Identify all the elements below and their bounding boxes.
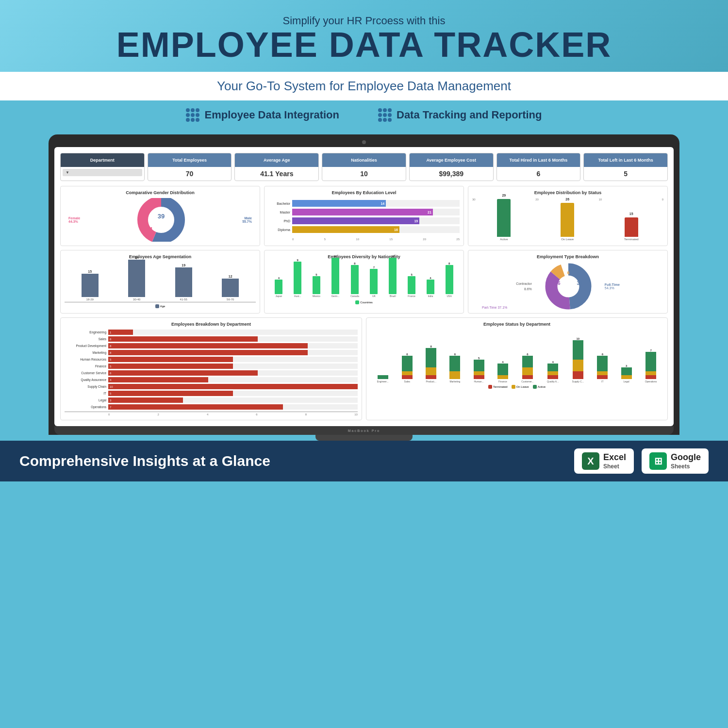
edu-row-phd: PhD 19 — [268, 217, 460, 224]
charts-top-row: Comparative Gender Distribution Female 4… — [60, 186, 668, 246]
employment-type-title: Employment Type Breakdown — [472, 254, 663, 259]
sheets-badge[interactable]: ⊞ Google Sheets — [642, 448, 709, 474]
edu-row-diploma: Diploma 16 — [268, 226, 460, 233]
kpi-total-left: Total Left in Last 6 Months 5 — [583, 153, 668, 181]
edu-row-bachelor: Bachelor 14 — [268, 200, 460, 207]
age-col-3040: 24 30-40 — [128, 256, 145, 301]
status-chart: Employee Distribution by Status 30 20 10… — [468, 186, 668, 246]
bottom-tagline: Comprehensive Insights at a Glance — [19, 453, 270, 469]
kpi-nationalities: Nationalities 10 — [322, 153, 406, 181]
feature2: Data Tracking and Reporting — [378, 108, 542, 122]
status-leave: 26 On Leave — [561, 198, 574, 241]
kpi-nationalities-label: Nationalities — [322, 153, 406, 167]
male-label: Male 55.7% — [242, 216, 252, 223]
svg-text:39: 39 — [158, 213, 165, 220]
age-chart: Employees Age Segmentation 15 18-29 24 — [60, 250, 260, 314]
gender-chart: Comparative Gender Distribution Female 4… — [60, 186, 260, 246]
sdept-it: 6 IT — [597, 353, 608, 383]
kpi-avg-cost-value: $99,389 — [410, 167, 493, 181]
top-banner: Simplify your HR Prcoess with this EMPLO… — [0, 0, 728, 72]
nat-india: 4 India — [427, 277, 434, 298]
age-legend: Age — [65, 304, 256, 308]
kpi-total-employees-value: 70 — [148, 167, 232, 181]
female-label: Female 44.3% — [68, 216, 80, 223]
charts-mid-row: Employees Age Segmentation 15 18-29 24 — [60, 250, 668, 314]
dash-header: Department ▼ Total Employees 70 Average … — [60, 153, 668, 181]
dept-axis-line — [65, 412, 358, 412]
gender-chart-title: Comparative Gender Distribution — [65, 190, 256, 195]
nat-france: 5 France — [408, 273, 415, 298]
excel-badge-text: Excel Sheet — [603, 452, 626, 470]
dept-x-axis: 0246810 — [65, 413, 358, 416]
sheets-badge-text: Google Sheets — [671, 452, 701, 470]
kpi-total-employees-label: Total Employees — [148, 153, 232, 167]
dept-row-engineering: Engineering 1 — [65, 330, 358, 335]
excel-badge[interactable]: X Excel Sheet — [574, 448, 634, 474]
kpi-department-label: Department — [61, 153, 144, 167]
dept-breakdown-title: Employees Breakdown by Department — [65, 322, 358, 327]
age-chart-title: Employees Age Segmentation — [65, 254, 256, 259]
status-dept-legend: Terminated On Leave Active — [370, 385, 663, 389]
sdept-eng: Engineer... — [377, 375, 389, 383]
emp-left-labels: Contractor 8.6% — [516, 282, 532, 291]
charts-bot-row: Employees Breakdown by Department Engine… — [60, 317, 668, 420]
status-dept-bars: Engineer... 6 Sales — [370, 330, 663, 383]
features-bar: Employee Data Integration Data Tracking … — [0, 100, 728, 130]
laptop-screen: Department ▼ Total Employees 70 Average … — [54, 147, 674, 426]
age-col-4155: 19 41-55 — [175, 264, 192, 301]
status-active: 29 Active — [497, 194, 511, 241]
sdept-finance: 4 Finance — [497, 361, 508, 383]
dept-row-qa: Quality Assurance 4 — [65, 377, 358, 382]
dept-row-marketing: Marketing 8 — [65, 350, 358, 355]
kpi-total-hired-value: 6 — [497, 167, 580, 181]
bottom-bar: Comprehensive Insights at a Glance X Exc… — [0, 441, 728, 481]
employment-pie-svg: 26 38 6 — [537, 262, 600, 311]
sdept-hr: 5 Human... — [474, 357, 484, 383]
status-dept-chart: Employee Status by Department Engineer..… — [366, 317, 668, 420]
nat-mexico: 5 Mexico — [313, 273, 320, 298]
svg-text:26: 26 — [555, 281, 561, 286]
nat-usa: 8 USA — [446, 262, 453, 298]
sdept-qa: 4 Quality A... — [547, 361, 559, 383]
edu-row-master: Master 21 — [268, 209, 460, 215]
kpi-department[interactable]: Department ▼ — [60, 153, 145, 181]
excel-icon: X — [582, 452, 599, 470]
badges: X Excel Sheet ⊞ Google Sheets — [574, 448, 709, 474]
feature2-icon — [378, 108, 392, 122]
main-title: EMPLOYEE DATA TRACKER — [29, 27, 699, 62]
dept-breakdown-chart: Employees Breakdown by Department Engine… — [60, 317, 362, 420]
nationality-legend: Countries — [268, 300, 460, 304]
status-bars: 29 Active 26 On Leave — [472, 202, 663, 241]
nat-japan: 4 Japan — [275, 277, 282, 298]
tagline: Your Go-To System for Employee Data Mana… — [217, 79, 511, 93]
education-chart-title: Employees By Education Level — [268, 190, 460, 195]
nat-germ: 10 Germ... — [331, 255, 340, 298]
dept-row-product: Product Development 8 — [65, 343, 358, 348]
edu-x-axis: 0510152025 — [268, 238, 460, 241]
kpi-total-left-label: Total Left in Last 6 Months — [584, 153, 667, 167]
gender-donut-svg: 39 31 — [134, 198, 188, 242]
kpi-average-age-value: 41.1 Years — [235, 167, 318, 181]
kpi-average-age-label: Average Age — [235, 153, 318, 167]
svg-text:6: 6 — [567, 270, 569, 275]
education-chart: Employees By Education Level Bachelor 14 — [264, 186, 464, 246]
dept-row-sales: Sales 6 — [65, 336, 358, 342]
dept-row-supply: Supply Chain 10 — [65, 384, 358, 389]
dept-row-finance: Finance 5 — [65, 364, 358, 369]
nat-aust: 9 Aust... — [294, 259, 301, 298]
sdept-supply: 10 Supply C... — [572, 337, 584, 383]
laptop-wrapper: Department ▼ Total Employees 70 Average … — [0, 130, 728, 441]
dept-bars: Engineering 1 Sales 6 — [65, 330, 358, 410]
svg-text:31: 31 — [147, 226, 153, 232]
kpi-average-age: Average Age 41.1 Years — [234, 153, 319, 181]
kpi-department-dropdown[interactable]: ▼ — [63, 169, 142, 176]
kpi-total-hired: Total Hired in Last 6 Months 6 — [496, 153, 581, 181]
laptop-brand: MacBook Pro — [348, 429, 381, 432]
kpi-nationalities-value: 10 — [322, 167, 406, 181]
dept-row-customer: Customer Service 6 — [65, 370, 358, 376]
nat-uk: 7 UK — [370, 266, 378, 298]
feature1: Employee Data Integration — [186, 108, 339, 122]
sdept-customer: 6 Customer... — [521, 353, 534, 383]
age-col-5670: 12 56-70 — [222, 275, 239, 301]
age-col-1829: 15 18-29 — [82, 270, 99, 301]
